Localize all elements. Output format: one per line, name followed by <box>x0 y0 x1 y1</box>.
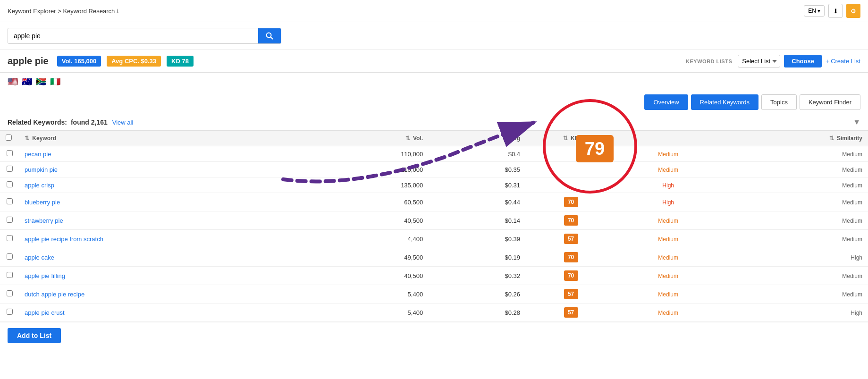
row-difficulty: Medium <box>616 146 720 162</box>
flags-row: 🇺🇸 🇦🇺 🇿🇦 🇮🇹 <box>0 73 868 91</box>
row-checkbox-cell <box>0 303 19 322</box>
row-checkbox-cell <box>0 267 19 285</box>
related-title: Related Keywords: found 2,161 <box>8 118 108 126</box>
row-keyword: apple crisp <box>19 177 318 193</box>
flag-us[interactable]: 🇺🇸 <box>8 76 18 87</box>
select-list-dropdown[interactable]: Select List <box>738 55 780 67</box>
flag-au[interactable]: 🇦🇺 <box>22 76 32 87</box>
keyword-link[interactable]: apple cake <box>25 254 54 261</box>
row-avg: $0.32 <box>429 267 526 285</box>
row-checkbox[interactable] <box>7 150 13 156</box>
row-avg: $0.26 <box>429 285 526 303</box>
select-all-checkbox[interactable] <box>6 135 12 141</box>
keyword-link[interactable]: apple crisp <box>25 182 54 189</box>
row-keyword: apple pie recipe from scratch <box>19 230 318 248</box>
similarity-text: Medium <box>842 291 862 298</box>
row-kd: 70 <box>526 248 616 267</box>
row-keyword: blueberry pie <box>19 193 318 211</box>
kd-badge: KD 78 <box>167 56 194 67</box>
language-button[interactable]: EN ▾ <box>804 5 825 17</box>
flag-it[interactable]: 🇮🇹 <box>50 76 60 87</box>
search-input[interactable] <box>8 28 258 43</box>
tab-topics[interactable]: Topics <box>761 94 797 110</box>
tab-overview[interactable]: Overview <box>644 94 688 110</box>
row-checkbox[interactable] <box>7 166 13 172</box>
keywords-table: ⇅ Keyword ⇅ Vol. ⇅ Avg ⇅ KD ⇅ Similarity <box>0 131 868 322</box>
row-checkbox[interactable] <box>7 181 13 187</box>
row-checkbox[interactable] <box>7 217 13 223</box>
difficulty-text: High <box>662 182 674 189</box>
breadcrumb: Keyword Explorer > Keyword Research ℹ <box>8 8 118 15</box>
row-checkbox[interactable] <box>7 290 13 296</box>
difficulty-text: Medium <box>658 167 678 173</box>
col-similarity[interactable]: ⇅ Similarity <box>720 131 868 146</box>
row-checkbox-cell <box>0 193 19 211</box>
row-avg: $0.44 <box>429 193 526 211</box>
row-checkbox[interactable] <box>7 253 13 260</box>
col-kd[interactable]: ⇅ KD <box>526 131 616 146</box>
table-row: apple pie filling 40,500 $0.32 70 Medium… <box>0 267 868 285</box>
tab-related-keywords[interactable]: Related Keywords <box>691 94 759 110</box>
row-difficulty: Medium <box>616 162 720 177</box>
row-checkbox[interactable] <box>7 272 13 278</box>
kd-badge-value: 57 <box>564 234 578 244</box>
row-keyword: strawberry pie <box>19 211 318 230</box>
row-keyword: apple cake <box>19 248 318 267</box>
col-avg[interactable]: ⇅ Avg <box>429 131 526 146</box>
row-vol: 135,000 <box>318 177 429 193</box>
keyword-link[interactable]: strawberry pie <box>25 217 63 224</box>
col-vol[interactable]: ⇅ Vol. <box>318 131 429 146</box>
related-keywords-header: Related Keywords: found 2,161 View all ▼ <box>0 114 868 131</box>
row-vol: 110,000 <box>318 146 429 162</box>
kd-badge-value: 70 <box>564 215 578 226</box>
row-checkbox-cell <box>0 146 19 162</box>
row-checkbox[interactable] <box>7 235 13 241</box>
choose-button[interactable]: Choose <box>784 55 822 67</box>
row-keyword: dutch apple pie recipe <box>19 285 318 303</box>
keywords-table-wrapper: ⇅ Keyword ⇅ Vol. ⇅ Avg ⇅ KD ⇅ Similarity <box>0 131 868 322</box>
keyword-link[interactable]: apple pie crust <box>25 309 65 316</box>
tabs-row: Overview Related Keywords Topics Keyword… <box>0 91 868 114</box>
kd-badge-value: 57 <box>564 289 578 299</box>
table-row: apple cake 49,500 $0.19 70 Medium High <box>0 248 868 267</box>
difficulty-text: Medium <box>658 273 678 279</box>
kd-badge-value: 57 <box>564 307 578 318</box>
row-kd <box>526 162 616 177</box>
row-checkbox[interactable] <box>7 309 13 315</box>
filter-icon[interactable]: ▼ <box>853 118 860 126</box>
row-keyword: pumpkin pie <box>19 162 318 177</box>
keyword-link[interactable]: apple pie recipe from scratch <box>25 236 103 243</box>
col-keyword[interactable]: ⇅ Keyword <box>19 131 318 146</box>
keyword-link[interactable]: blueberry pie <box>25 199 60 206</box>
view-all-link[interactable]: View all <box>112 119 134 126</box>
row-kd: 57 <box>526 303 616 322</box>
keyword-link[interactable]: pecan pie <box>25 151 51 158</box>
kd-badge-value: 70 <box>564 197 578 207</box>
similarity-text: High <box>851 310 862 316</box>
add-to-list-button[interactable]: Add to List <box>8 328 61 343</box>
row-vol: 40,500 <box>318 267 429 285</box>
breadcrumb-text: Keyword Explorer > Keyword Research <box>8 8 115 15</box>
keyword-link[interactable]: dutch apple pie recipe <box>25 291 84 298</box>
similarity-text: Medium <box>842 218 862 224</box>
flag-za[interactable]: 🇿🇦 <box>36 76 46 87</box>
download-button[interactable]: ⬇ <box>828 4 843 18</box>
row-avg: $0.4 <box>429 146 526 162</box>
create-list-link[interactable]: + Create List <box>826 58 860 65</box>
row-kd: 70 <box>526 211 616 230</box>
row-checkbox[interactable] <box>7 198 13 204</box>
similarity-text: Medium <box>842 273 862 279</box>
row-kd: 57 <box>526 285 616 303</box>
difficulty-text: Medium <box>658 254 678 261</box>
row-keyword: apple pie filling <box>19 267 318 285</box>
difficulty-text: Medium <box>658 218 678 224</box>
row-kd: 70 <box>526 267 616 285</box>
keyword-link[interactable]: pumpkin pie <box>25 166 58 173</box>
row-difficulty: Medium <box>616 303 720 322</box>
settings-button[interactable]: ⚙ <box>846 4 860 18</box>
tab-keyword-finder[interactable]: Keyword Finder <box>800 94 860 110</box>
row-kd: 70 <box>526 193 616 211</box>
top-bar: Keyword Explorer > Keyword Research ℹ EN… <box>0 0 868 22</box>
keyword-link[interactable]: apple pie filling <box>25 272 65 279</box>
search-button[interactable] <box>258 28 281 43</box>
